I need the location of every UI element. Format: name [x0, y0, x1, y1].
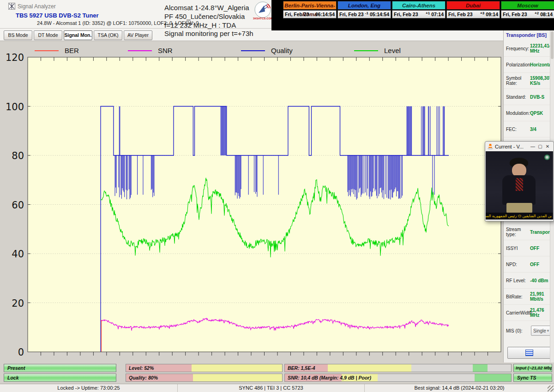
tv-channel-logo [544, 154, 550, 160]
maximize-icon[interactable]: ▢ [536, 144, 544, 149]
tab-av-player[interactable]: AV Player [124, 30, 152, 40]
tab-tsa[interactable]: TSA (OK) [94, 30, 122, 40]
svg-text:0: 0 [18, 347, 24, 358]
svg-text:60: 60 [12, 200, 24, 211]
dxsatcs-logo-text: DXSATCS.COM [253, 17, 272, 20]
scrollbar-thumb[interactable] [551, 31, 554, 59]
site-title: PF 450_Lučenec/Slovakia [164, 12, 245, 20]
statusbar-best-signal: Best signal: 14,4 dB (2024-02-21 03:20) [365, 384, 554, 392]
news-ticker: بن المدين الشايقين ۞ رئيس الجمهورية السي… [486, 213, 553, 220]
video-frame[interactable]: بن المدين الشايقين ۞ رئيس الجمهورية السي… [486, 151, 553, 220]
mis-label: MIS (0): [506, 328, 530, 333]
statusbar-uptime: Locked -> Uptime: 73:00:25 [0, 384, 178, 392]
clock-city-label: Moscow [501, 1, 554, 10]
field-issyi: ISSYIOFF [504, 240, 554, 256]
field-fec: FEC:3/4 [504, 121, 554, 137]
field-modulation: Modulation:QPSK [504, 105, 554, 121]
clock-city-label: Berlin-Paris-Vienna-Roma [283, 1, 337, 10]
field-frequency: Frequency:12231,414 MHz [504, 41, 554, 57]
video-person-shirt [516, 178, 523, 191]
clock-berlin: Berlin-Paris-Vienna-Roma Fri, Feb 23 06:… [283, 1, 337, 19]
tab-dt-mode[interactable]: DT Mode [34, 30, 62, 40]
clock-dubai: Dubai Fri, Feb 23 +3 09:14 [446, 1, 500, 19]
world-clock-panel: Berlin-Paris-Vienna-Roma Fri, Feb 23 06:… [271, 0, 554, 30]
clock-time-row: Fri, Feb 23 +3 09:14 [446, 10, 500, 18]
svg-text:120: 120 [6, 52, 24, 63]
legend-level: Level [354, 47, 401, 54]
quality-bar: Quality: 80% [126, 374, 283, 382]
legend-level-line [354, 50, 378, 51]
field-symbol-rate: Symbol Rate:15908,307 KS/s [504, 73, 554, 89]
sync-ts-indicator: Sync TS [513, 374, 552, 382]
app-window-icon [8, 3, 15, 10]
transport-stream-button[interactable] [507, 347, 551, 359]
mis-row: MIS (0): Single ▼ [504, 326, 554, 336]
monitor-bars: Present Level: 52% BER: 1,5E-4 Input (~2… [0, 362, 554, 384]
signal-analyzer-window: Signal Analyzer TBS 5927 USB DVB-S2 Tune… [0, 0, 554, 392]
mis-select[interactable]: Single ▼ [531, 326, 552, 336]
transponder-fields-bottom: Stream type:Transport ISSYIOFF NPD:OFF R… [504, 224, 554, 321]
vlc-title: Current - V... [495, 144, 529, 149]
statusbar-sync: SYNC 486 | TEI 3 | CC 5723 [178, 384, 365, 392]
clock-time-row: Fri, Feb 23 +1 07:14 [392, 10, 446, 18]
present-indicator: Present [4, 364, 116, 372]
satellite-title: Alcomsat 1-24.8°W_Algeria [164, 4, 249, 12]
field-standard: Standard:DVB-S [504, 89, 554, 105]
vlc-titlebar[interactable]: Current - V... — ▢ ✕ [485, 142, 554, 151]
signal-chart-zone: 020406080100120 BER SNR Quality Level [0, 41, 503, 362]
field-rf-level: RF Level:-40 dBm [504, 273, 554, 289]
snr-bar: SNR: 10,4 dB (Margin: 4,9 dB | Poor) [284, 374, 512, 382]
legend-ber-line [35, 50, 59, 51]
header-separator [0, 28, 271, 29]
field-polarization: Polarization:Horizontal [504, 57, 554, 73]
level-bar: Level: 52% [126, 364, 283, 372]
vlc-cone-icon [488, 143, 493, 149]
clock-city-label: London, Eng [337, 1, 391, 10]
svg-text:100: 100 [6, 101, 24, 113]
dxsatcs-logo: DXSATCS.COM [253, 1, 272, 21]
minimize-icon[interactable]: — [529, 144, 536, 149]
lock-indicator: Lock [4, 374, 116, 382]
legend-snr: SNR [128, 47, 173, 54]
clock-moscow: Moscow Fri, Feb 23 +2 08:14 [501, 1, 554, 19]
clock-time-row: Fri, Feb 23 -1 05:14:54 [337, 10, 391, 18]
chevron-down-icon: ▼ [546, 329, 550, 333]
clock-city-label: Dubai [446, 1, 500, 10]
clock-time-row: Fri, Feb 23 +2 08:14 [501, 10, 554, 18]
statusbar: Locked -> Uptime: 73:00:25 SYNC 486 | TE… [0, 384, 554, 392]
sidebar-title: Transponder [BS] [506, 32, 547, 38]
resize-grip[interactable] [548, 386, 554, 392]
legend-ber: BER [35, 47, 79, 54]
field-stream-type: Stream type:Transport [504, 224, 554, 240]
clock-city-label: Cairo-Athens [392, 1, 446, 10]
clock-cairo: Cairo-Athens Fri, Feb 23 +1 07:14 [392, 1, 446, 19]
tab-bs-mode[interactable]: BS Mode [4, 30, 32, 40]
tab-signal-mon[interactable]: Signal Mon. [64, 30, 92, 40]
input-rate-indicator: Input (~21,02 Mbps) [513, 364, 552, 372]
field-npd: NPD:OFF [504, 256, 554, 273]
vlc-video-window: Current - V... — ▢ ✕ بن المدين الشايقين … [485, 141, 554, 221]
signal-chart: 020406080100120 [0, 41, 503, 363]
transponder-fields-top: Frequency:12231,414 MHz Polarization:Hor… [504, 41, 554, 137]
tuner-name: TBS 5927 USB DVB-S2 Tuner [16, 12, 99, 19]
legend-quality-line [241, 50, 265, 51]
ber-bar: BER: 1,5E-4 [284, 364, 512, 372]
close-icon[interactable]: ✕ [544, 144, 551, 149]
transport-stream-icon [525, 350, 533, 356]
video-person-pants [506, 203, 532, 213]
svg-text:40: 40 [12, 249, 24, 260]
field-bitrate: BitRate:21,991 Mbit/s [504, 289, 554, 305]
field-carrier-width: CarrierWidth:21,476 MHz [504, 305, 554, 321]
svg-text:20: 20 [12, 298, 24, 309]
clock-london: London, Eng Fri, Feb 23 -1 05:14:54 [337, 1, 391, 19]
window-title: Signal Analyzer [18, 3, 56, 10]
svg-text:80: 80 [12, 150, 24, 161]
monitoring-title: Signal monitoring per t=+73h [164, 30, 253, 37]
legend-quality: Quality [241, 47, 293, 54]
legend-snr-line [128, 50, 152, 51]
